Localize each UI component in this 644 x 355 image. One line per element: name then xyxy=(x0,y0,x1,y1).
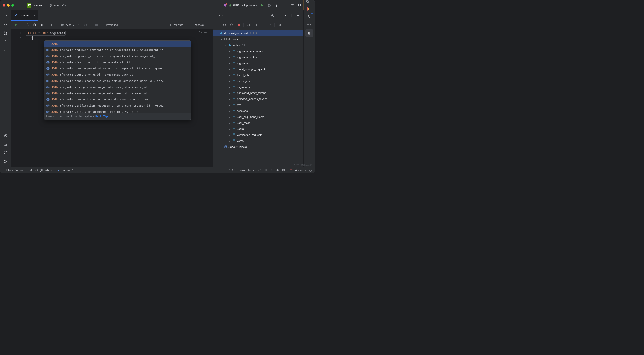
search-everywhere-button[interactable] xyxy=(296,2,304,9)
options-button[interactable] xyxy=(289,12,295,18)
notifications-button[interactable] xyxy=(305,12,313,20)
autocomplete-item[interactable]: JOIN rfc_vote.sessions s on arguments.us… xyxy=(44,90,191,96)
refresh-button[interactable] xyxy=(229,22,235,28)
cancel-button[interactable] xyxy=(94,22,100,28)
pull-requests-tool-button[interactable] xyxy=(2,29,10,37)
execute-button[interactable] xyxy=(14,22,19,28)
table-node[interactable]: ▸password_reset_tokens xyxy=(214,90,304,96)
table-node[interactable]: ▸rfcs xyxy=(214,102,304,108)
database-tool-button[interactable] xyxy=(305,29,313,37)
collapse-button[interactable] xyxy=(282,12,288,18)
problems-tool-button[interactable] xyxy=(2,149,10,157)
add-button[interactable] xyxy=(215,22,221,28)
php-version-widget[interactable]: PHP: 8.2 xyxy=(225,169,235,172)
table-node[interactable]: ▸user_mails xyxy=(214,120,304,126)
table-node[interactable]: ▸email_change_requests xyxy=(214,66,304,72)
autocomplete-item[interactable]: JOIN rfc_vote.email_change_requests ecr … xyxy=(44,78,191,84)
editor-area[interactable]: 1 2 Paused… SELECT * FROM arguments JOIN… xyxy=(11,29,213,167)
commit-tool-button[interactable] xyxy=(2,21,10,28)
jump-to-console-button[interactable] xyxy=(245,22,251,28)
breadcrumb[interactable]: Database Consoles xyxy=(3,169,25,172)
laravel-version-widget[interactable]: Laravel: latest xyxy=(238,169,255,172)
more-actions-button[interactable] xyxy=(273,2,280,9)
hide-button[interactable] xyxy=(295,12,301,18)
autocomplete-item[interactable]: JOIN rfc_vote.argument_votes av on argum… xyxy=(44,53,191,59)
project-name-dropdown[interactable]: rfc-vote xyxy=(33,4,42,7)
terminal-tool-button[interactable] xyxy=(2,140,10,148)
line-separator-widget[interactable]: LF xyxy=(265,169,268,172)
session-selector[interactable]: console_1 ▾ xyxy=(189,23,211,26)
duplicate-button[interactable] xyxy=(222,22,228,28)
autocomplete-item[interactable]: JOIN rfc_vote.votes v on arguments.rfc_i… xyxy=(44,109,191,113)
encoding-widget[interactable]: UTF-8 xyxy=(271,169,278,172)
run-config-selector[interactable]: PHP 8.2 Upgrade ▾ xyxy=(229,4,257,7)
playground-toggle[interactable]: Playground ▾ xyxy=(105,23,120,26)
services-tool-button[interactable] xyxy=(2,132,10,139)
vcs-branch-widget[interactable]: main ↙ ▾ xyxy=(50,4,66,7)
new-button[interactable] xyxy=(270,12,276,18)
filter-button[interactable] xyxy=(276,22,282,28)
inspections-bug-icon[interactable] xyxy=(288,169,292,172)
autocomplete-item[interactable]: JOIN rfc_vote.argument_comments ac on ar… xyxy=(44,47,191,53)
lock-icon[interactable] xyxy=(309,169,312,172)
schema-node[interactable]: ▾ rfc_vote xyxy=(214,36,304,42)
editor-tab-console-1[interactable]: console_1 × xyxy=(11,10,38,21)
autocomplete-item[interactable]: JOIN xyxy=(44,40,191,47)
table-node[interactable]: ▸votes xyxy=(214,138,304,144)
settings-toolbar-button[interactable] xyxy=(39,22,44,28)
table-node[interactable]: ▸users xyxy=(214,126,304,132)
table-node[interactable]: ▸personal_access_tokens xyxy=(214,96,304,102)
autocomplete-item[interactable]: JOIN rfc_vote.users u on u.id = argument… xyxy=(44,71,191,78)
autocomplete-item[interactable]: JOIN rfc_vote.user_argument_views uav on… xyxy=(44,65,191,71)
close-window-button[interactable] xyxy=(3,4,5,7)
close-icon[interactable]: × xyxy=(33,13,35,17)
stop-button[interactable] xyxy=(236,22,242,28)
autocomplete-item[interactable]: JOIN rfc_vote.rfcs r on r.id = arguments… xyxy=(44,59,191,65)
table-node[interactable]: ▸arguments xyxy=(214,60,304,66)
datasource-node[interactable]: ▾ rfc_vote@localhost 1 of 14 xyxy=(214,30,304,36)
settings-button[interactable] xyxy=(304,0,311,5)
run-button[interactable] xyxy=(258,2,266,9)
commit-tx-button[interactable]: ✓ xyxy=(76,22,81,28)
autocomplete-item[interactable]: JOIN rfc_vote.user_mails um on arguments… xyxy=(44,96,191,102)
vcs-tool-button[interactable] xyxy=(2,157,10,165)
autocomplete-item[interactable]: JOIN rfc_vote.verification_requests vr o… xyxy=(44,102,191,109)
indent-widget[interactable]: 4 spaces xyxy=(295,169,306,172)
tx-mode-dropdown[interactable]: Auto ▾ xyxy=(66,23,74,26)
table-node[interactable]: ▸sessions xyxy=(214,108,304,114)
more-tool-button[interactable] xyxy=(2,46,10,54)
maximize-window-button[interactable] xyxy=(11,4,14,7)
history-button[interactable] xyxy=(24,22,30,28)
tabs-more-button[interactable] xyxy=(208,14,212,17)
debug-button[interactable] xyxy=(266,2,273,9)
breadcrumb[interactable]: rfc_vote@localhost xyxy=(30,169,52,172)
table-node[interactable]: ▸user_argument_views xyxy=(214,114,304,120)
autocomplete-item[interactable]: JOIN rfc_vote.messages m on arguments.us… xyxy=(44,84,191,90)
table-view-button[interactable] xyxy=(252,22,258,28)
schema-selector[interactable]: rfc_vote ▾ xyxy=(168,23,188,26)
rollback-tx-button[interactable] xyxy=(83,22,88,28)
table-node[interactable]: ▸messages xyxy=(214,78,304,84)
expand-button[interactable] xyxy=(276,12,282,18)
table-node[interactable]: ▸argument_votes xyxy=(214,54,304,60)
debug-bug-icon[interactable] xyxy=(222,2,229,9)
tables-group-node[interactable]: ▾ tables 16 xyxy=(214,42,304,48)
caret-position-widget[interactable]: 2:5 xyxy=(258,169,262,172)
minimize-window-button[interactable] xyxy=(7,4,10,7)
next-tip-link[interactable]: Next Tip xyxy=(95,115,108,118)
ai-assistant-button[interactable] xyxy=(304,5,311,12)
ai-chat-button[interactable] xyxy=(305,21,313,28)
structure-tool-button[interactable] xyxy=(2,38,10,45)
table-node[interactable]: ▸migrations xyxy=(214,84,304,90)
view-as-table-button[interactable] xyxy=(50,22,56,28)
table-node[interactable]: ▸failed_jobs xyxy=(214,72,304,78)
server-objects-node[interactable]: ▸ Server Objects xyxy=(214,144,304,150)
explain-plan-button[interactable]: P xyxy=(32,22,37,28)
kebab-icon[interactable]: ⋮ xyxy=(186,115,189,118)
table-node[interactable]: ▸verification_requests xyxy=(214,132,304,138)
readonly-speech-icon[interactable] xyxy=(282,169,285,172)
navigate-button[interactable] xyxy=(266,22,272,28)
ddl-button[interactable]: DDL xyxy=(259,23,266,26)
code-with-me-button[interactable] xyxy=(289,2,296,9)
project-tool-button[interactable] xyxy=(2,12,10,20)
